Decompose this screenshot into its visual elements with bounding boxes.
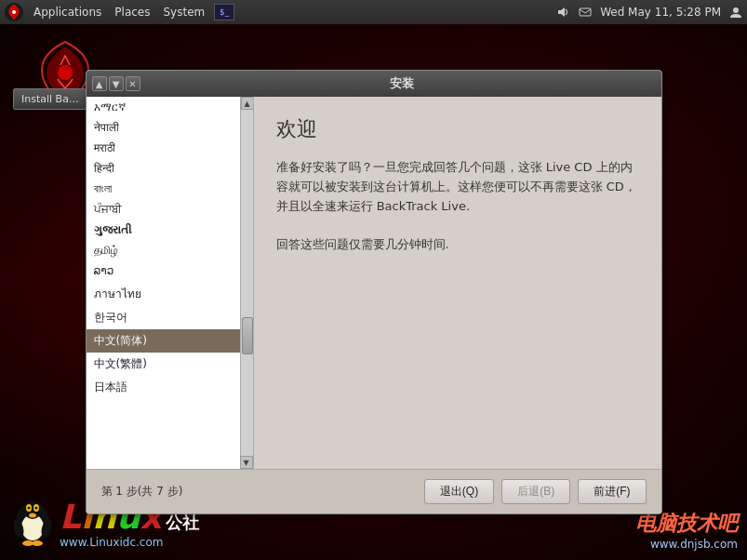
lang-item-gujarati[interactable]: ગુજરાતી [87,220,253,240]
lang-item-nepali[interactable]: नेपाली [87,117,253,138]
lang-item-chinese-traditional[interactable]: 中文(繁體) [87,353,253,376]
scrollbar-up-arrow[interactable]: ▲ [241,97,253,110]
svg-point-3 [733,7,739,13]
close-button[interactable]: ✕ [126,76,140,91]
lang-item-hindi[interactable]: हिन्दी [87,158,253,179]
kali-taskbar-logo [4,2,24,22]
svg-point-1 [12,10,16,14]
lang-item-tamil[interactable]: தமிழ் [87,240,253,260]
dialog-titlebar: ▲ ▼ ✕ 安装 [87,71,661,97]
lang-item-korean[interactable]: 한국어 [87,306,253,329]
applications-menu[interactable]: Applications [28,4,107,20]
scroll-up-button[interactable]: ▲ [92,76,107,91]
datetime: Wed May 11, 5:28 PM [600,6,721,19]
language-scroll-area[interactable]: አማርኛ नेपाली मराठी हिन्दी বাংলা ਪੰਜਾਬੀ ગુ… [87,97,253,469]
system-menu[interactable]: System [157,4,210,20]
dialog-overlay: ▲ ▼ ✕ 安装 አማርኛ नेपाली मराठी हिन्दी [0,24,747,560]
content-area: 欢迎 准备好安装了吗？一旦您完成回答几个问题，这张 Live CD 上的内容就可… [254,97,661,469]
language-scrollbar[interactable]: ▲ ▼ [240,97,253,469]
lang-item-amharic[interactable]: አማርኛ [87,97,253,117]
lang-item-lao[interactable]: ລາວ [87,260,253,281]
footer-buttons: 退出(Q) 后退(B) 前进(F) [424,479,647,504]
taskbar-menu: Applications Places System [28,4,210,20]
language-list-container: አማርኛ नेपाली मराठी हिन्दी বাংলা ਪੰਜਾਬੀ ગુ… [87,97,254,469]
next-button[interactable]: 前进(F) [578,479,646,504]
terminal-button[interactable]: $_ [214,4,234,20]
email-icon[interactable] [578,5,593,20]
volume-icon[interactable] [555,5,570,20]
quit-button[interactable]: 退出(Q) [424,479,494,504]
scrollbar-thumb[interactable] [242,317,253,354]
lang-item-bengali[interactable]: বাংলা [87,179,253,199]
taskbar-right: Wed May 11, 5:28 PM [555,5,743,20]
user-icon[interactable] [728,5,743,20]
title-controls: ▲ ▼ ✕ [92,76,140,91]
lang-item-thai[interactable]: ภาษาไทย [87,281,253,306]
scroll-down-button[interactable]: ▼ [109,76,124,91]
lang-item-marathi[interactable]: मराठी [87,138,253,158]
dialog-title: 安装 [148,75,656,92]
scrollbar-down-arrow[interactable]: ▼ [240,456,253,469]
desktop: Applications Places System $_ Wed May 11… [0,0,747,560]
lang-item-japanese[interactable]: 日本語 [87,376,253,399]
installer-dialog: ▲ ▼ ✕ 安装 አማርኛ नेपाली मराठी हिन्दी [86,70,662,514]
taskbar: Applications Places System $_ Wed May 11… [0,0,747,24]
dialog-footer: 第 1 步(共 7 步) 退出(Q) 后退(B) 前进(F) [87,469,661,513]
back-button[interactable]: 后退(B) [501,479,570,504]
dialog-body: አማርኛ नेपाली मराठी हिन्दी বাংলা ਪੰਜਾਬੀ ગુ… [87,97,661,469]
step-info: 第 1 步(共 7 步) [101,484,183,500]
svg-rect-2 [580,8,591,16]
terminal-icon: $_ [220,7,229,17]
lang-item-punjabi[interactable]: ਪੰਜਾਬੀ [87,199,253,220]
welcome-text: 准备好安装了吗？一旦您完成回答几个问题，这张 Live CD 上的内容就可以被安… [276,158,639,450]
places-menu[interactable]: Places [109,4,155,20]
language-list: አማርኛ नेपाली मराठी हिन्दी বাংলা ਪੰਜਾਬੀ ગુ… [87,97,253,399]
lang-item-chinese-simplified[interactable]: 中文(简体) [87,329,253,353]
welcome-heading: 欢迎 [276,115,639,143]
